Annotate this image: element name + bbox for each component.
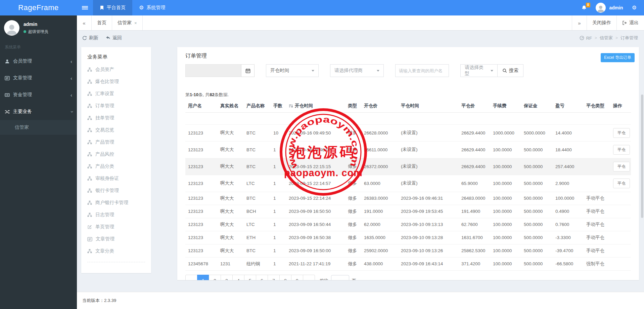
page-scrollbar-thumb[interactable] (641, 94, 643, 218)
close-tab-icon[interactable]: × (134, 21, 137, 26)
type-select[interactable]: 请选择类型 (460, 64, 497, 77)
table-cell: 123123 (185, 231, 218, 244)
logout-button[interactable]: 退出 (616, 15, 644, 30)
business-menu-item-11[interactable]: 商户银行卡管理 (87, 197, 145, 209)
user-menu-button[interactable]: admin (596, 3, 623, 13)
username-search-input[interactable] (395, 64, 449, 77)
nav-item-0[interactable]: 平台首页 (93, 0, 132, 15)
pagination-page-7[interactable]: 7 (268, 275, 280, 280)
business-menu-item-15[interactable]: 文章分类 (87, 245, 145, 257)
table-cell: 1635.0000 (361, 231, 398, 244)
open-time-select[interactable]: 开仓时间 (266, 64, 319, 77)
pagination-page-6[interactable]: 6 (256, 275, 268, 280)
table-cell: 1 (271, 257, 286, 270)
table-cell: 500.0000 (521, 175, 553, 192)
pagination-page-4[interactable]: 4 (232, 275, 244, 280)
table-cell: 0.4900 (553, 205, 584, 218)
business-menu-item-10[interactable]: 银行卡管理 (87, 185, 145, 197)
pagination-page-3[interactable]: 3 (221, 275, 233, 280)
action-cell (610, 244, 631, 257)
list-icon (5, 76, 10, 81)
business-menu-item-8[interactable]: 产品分类 (87, 160, 145, 172)
sidebar-item-xinguanjia[interactable]: 信管家 (0, 120, 77, 135)
calendar-button[interactable] (241, 64, 255, 77)
refresh-button[interactable]: 刷新 (82, 35, 98, 41)
business-menu-item-6[interactable]: 产品管理 (87, 136, 145, 148)
date-range-input[interactable] (185, 64, 241, 77)
business-menu-item-3[interactable]: 订单管理 (87, 100, 145, 112)
action-cell (610, 218, 631, 231)
table-cell: 做多 (345, 192, 361, 205)
tab-home[interactable]: 首页 (92, 15, 112, 30)
table-cell: 做多 (345, 141, 361, 158)
close-position-button[interactable]: 平仓 (613, 128, 630, 138)
table-cell: 26629.4400 (459, 158, 490, 175)
tab-bar: « 首页 信管家 × » 关闭操作 退出 (77, 15, 644, 31)
business-menu-item-9[interactable]: 审核身份证 (87, 172, 145, 185)
sitemap-icon (87, 91, 92, 96)
table-cell: 2023-09-09 16:50:00 (286, 244, 345, 257)
shuffle-icon (5, 109, 10, 114)
business-menu-item-0[interactable]: 会员资产 (87, 64, 145, 76)
table-cell: 2023-09-10 09:13:13 (398, 218, 459, 231)
business-menu-item-14[interactable]: 文章管理 (87, 233, 145, 245)
table-cell: 25862.5300 (459, 244, 490, 257)
chevron-down-icon (312, 70, 314, 72)
sidebar: admin 超级管理员 系统菜单 会员管理‹文章管理‹资金管理‹主要业务‹ 信管… (0, 15, 77, 309)
close-operations-button[interactable]: 关闭操作 (587, 15, 616, 30)
pagination-next-button[interactable]: » (303, 275, 315, 280)
pagination-page-8[interactable]: 8 (279, 275, 291, 280)
pagination-page-9[interactable]: 9 (291, 275, 303, 280)
settings-gear-icon[interactable]: ⚙ (632, 5, 637, 10)
business-menu-item-13[interactable]: 单页管理 (87, 221, 145, 233)
agent-select[interactable]: 请选择代理商 (330, 64, 384, 77)
search-button[interactable]: 搜索 (497, 64, 523, 77)
business-menu-item-4[interactable]: 挂单管理 (87, 112, 145, 124)
nav-item-1[interactable]: ⚙系统管理 (132, 0, 172, 15)
back-button[interactable]: 返回 (106, 35, 122, 41)
sortable-column-header[interactable]: 开仓时间 (289, 103, 313, 109)
business-menu-item-1[interactable]: 爆仓比管理 (87, 76, 145, 88)
table-cell (244, 112, 271, 124)
notifications-button[interactable]: 0 (581, 5, 587, 11)
business-menu-item-12[interactable]: 日志管理 (87, 209, 145, 221)
sidebar-item-2[interactable]: 资金管理‹ (0, 86, 77, 103)
column-header-5: 类型 (345, 101, 361, 112)
business-menu-item-2[interactable]: 汇率设置 (87, 88, 145, 100)
dashboard-icon (580, 36, 584, 40)
close-position-button[interactable]: 平仓 (613, 145, 630, 155)
table-cell (398, 112, 459, 124)
table-cell: 26629.4400 (459, 141, 490, 158)
tab-xinguanjia[interactable]: 信管家 × (112, 15, 143, 30)
sitemap-icon (87, 79, 92, 84)
close-position-button[interactable]: 平仓 (613, 162, 630, 171)
sidebar-item-1[interactable]: 文章管理‹ (0, 70, 77, 86)
sidebar-toggle-button[interactable] (77, 0, 93, 15)
breadcrumb-root[interactable]: RF (580, 36, 592, 41)
pagination-page-5[interactable]: 5 (244, 275, 256, 280)
pagination-prev-button[interactable]: « (185, 275, 197, 280)
pagination-page-2[interactable]: 2 (209, 275, 221, 280)
sidebar-avatar (4, 20, 19, 36)
calendar-icon (245, 68, 250, 73)
table-cell: 100.0000 (490, 175, 521, 192)
column-header-3: 手数 (271, 101, 286, 112)
tabs-scroll-right-button[interactable]: » (572, 15, 587, 30)
sidebar-item-3[interactable]: 主要业务‹ (0, 103, 77, 120)
pagination-page-1[interactable]: 1 (197, 275, 209, 280)
action-cell: 平仓 (610, 124, 631, 141)
table-cell: 1 (271, 141, 286, 158)
tabs-scroll-left-button[interactable]: « (77, 15, 92, 30)
business-menu-item-7[interactable]: 产品风控 (87, 148, 145, 160)
table-cell: 123123 (185, 192, 218, 205)
goto-page-input[interactable] (331, 275, 349, 280)
orders-table: 用户名真实姓名产品名称手数开仓时间类型开仓价平仓时间平仓价手续费保证金盈亏平仓类… (185, 101, 631, 271)
column-header-1: 真实姓名 (218, 101, 244, 112)
breadcrumb-xinguanjia[interactable]: 信管家 (600, 35, 613, 41)
excel-export-button[interactable]: Excel 导出订单 (601, 53, 635, 62)
business-menu-item-5[interactable]: 交易总览 (87, 124, 145, 136)
close-position-button[interactable]: 平仓 (613, 179, 630, 188)
table-cell: 100.0000 (490, 231, 521, 244)
sidebar-item-0[interactable]: 会员管理‹ (0, 53, 77, 70)
table-cell: BTC (244, 244, 271, 257)
